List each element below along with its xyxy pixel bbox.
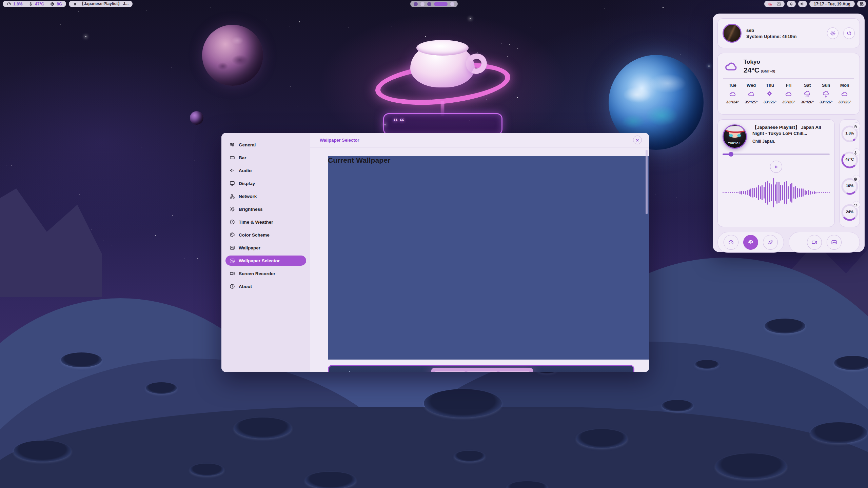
forecast-day: Thu 33°/26° bbox=[761, 83, 779, 104]
cloud-icon bbox=[747, 90, 756, 98]
sidebar-item-screen-recorder[interactable]: Screen Recorder bbox=[225, 268, 306, 279]
system-stats-pill[interactable]: 1.8% 47°C 8G bbox=[3, 1, 66, 7]
slider-track[interactable] bbox=[723, 154, 830, 155]
visualizer-bar bbox=[803, 188, 804, 197]
sidebar-item-wallpaper[interactable]: Wallpaper bbox=[225, 243, 306, 253]
storm-cloud-icon bbox=[822, 90, 830, 98]
wallpaper-button[interactable] bbox=[827, 235, 842, 250]
sidebar-item-display[interactable]: Display bbox=[225, 178, 306, 188]
topbar-media-pill[interactable]: 【Japanese Playlist】 J... bbox=[69, 1, 133, 7]
sidebar-label: Wallpaper Selector bbox=[239, 258, 280, 263]
visualizer-bar bbox=[801, 188, 802, 197]
scrollbar[interactable] bbox=[646, 150, 648, 214]
weather-card: Tokyo 24°C(GMT+9) Tue 33°/24° Wed 35°/25… bbox=[717, 53, 860, 115]
performance-mode-button[interactable] bbox=[724, 235, 738, 250]
tray-screenshot-icon[interactable] bbox=[776, 2, 781, 6]
crater bbox=[190, 464, 224, 476]
sidebar-item-network[interactable]: Network bbox=[225, 191, 306, 201]
visualizer-bar bbox=[773, 178, 774, 207]
power-saver-mode-button[interactable] bbox=[763, 235, 778, 250]
visualizer-bar bbox=[741, 191, 742, 194]
visualizer-bar bbox=[764, 187, 765, 199]
visualizer-bar bbox=[791, 183, 792, 203]
image-icon bbox=[230, 245, 235, 250]
visualizer-bar bbox=[784, 182, 785, 204]
window-title: Wallpaper Selector bbox=[320, 138, 359, 143]
settings-window: General Bar Audio Display Network Bright… bbox=[221, 133, 649, 372]
dashboard-button[interactable] bbox=[857, 1, 866, 7]
speedometer-icon bbox=[728, 239, 734, 245]
workspace-dot-2[interactable] bbox=[420, 2, 425, 6]
visualizer-bar bbox=[736, 192, 737, 194]
workspace-dot-1[interactable] bbox=[414, 2, 418, 6]
media-title: 【Japanese Playlist】 Japan All Night - To… bbox=[752, 124, 830, 137]
media-progress-slider[interactable] bbox=[723, 152, 830, 157]
crater bbox=[61, 352, 102, 367]
close-button[interactable]: × bbox=[633, 136, 642, 144]
brightness-icon bbox=[230, 206, 235, 212]
power-button[interactable] bbox=[843, 27, 855, 39]
sidebar-label: General bbox=[239, 142, 256, 147]
visualizer-bar bbox=[767, 181, 768, 205]
shop-pane-door bbox=[467, 371, 497, 372]
sidebar-item-about[interactable]: About bbox=[225, 281, 306, 291]
sidebar-label: Network bbox=[239, 194, 257, 199]
info-icon bbox=[230, 284, 235, 289]
cpu-gauge-icon bbox=[853, 125, 857, 129]
visualizer-bar bbox=[788, 186, 789, 199]
shop-pane-shelves bbox=[435, 371, 465, 372]
visualizer-bar bbox=[752, 188, 753, 198]
current-wallpaper-preview: Fresh Moon Beans bbox=[328, 365, 634, 372]
sidebar-item-general[interactable]: General bbox=[225, 140, 306, 150]
screen-record-button[interactable] bbox=[807, 235, 822, 250]
weather-temp: 24°C bbox=[744, 66, 760, 74]
balanced-mode-button[interactable] bbox=[743, 235, 758, 250]
sidebar-item-time-weather[interactable]: Time & Weather bbox=[225, 217, 306, 227]
pause-button[interactable] bbox=[770, 161, 782, 173]
window-titlebar: Wallpaper Selector × bbox=[310, 133, 649, 147]
cpu-gauge-icon bbox=[7, 2, 11, 6]
visualizer-bar bbox=[797, 188, 798, 198]
system-tray[interactable] bbox=[764, 1, 785, 7]
visualizer-bar bbox=[750, 188, 751, 197]
top-bar: 1.8% 47°C 8G 【Japanese Playlist】 J... bbox=[0, 0, 868, 8]
slider-thumb[interactable] bbox=[729, 152, 733, 157]
album-art: TOKYO L bbox=[723, 124, 747, 149]
sidebar-item-color-scheme[interactable]: Color Scheme bbox=[225, 230, 306, 240]
visualizer-bar bbox=[823, 192, 824, 194]
volume-button[interactable] bbox=[798, 1, 807, 7]
visualizer-bar bbox=[790, 184, 791, 202]
sidebar-label: Brightness bbox=[239, 207, 263, 212]
clock[interactable]: 17:17 - Tue, 19 Aug bbox=[809, 1, 855, 7]
settings-button[interactable] bbox=[827, 27, 839, 39]
sidebar-label: Display bbox=[239, 181, 255, 186]
video-icon bbox=[811, 239, 817, 245]
crater bbox=[305, 472, 356, 488]
workspace-dot-5[interactable] bbox=[450, 2, 454, 6]
sidebar-label: Time & Weather bbox=[239, 220, 273, 225]
notifications-button[interactable] bbox=[787, 1, 796, 7]
sidebar-item-bar[interactable]: Bar bbox=[225, 152, 306, 163]
visualizer-bar bbox=[806, 191, 807, 195]
sidebar-label: About bbox=[239, 284, 252, 289]
sidebar-label: Bar bbox=[239, 155, 246, 160]
tray-app-icon[interactable] bbox=[768, 2, 772, 6]
visualizer-bar bbox=[805, 190, 806, 195]
pause-icon bbox=[73, 2, 77, 6]
workspace-dot-3[interactable] bbox=[427, 2, 431, 6]
sidebar-item-wallpaper-selector[interactable]: Wallpaper Selector bbox=[225, 256, 306, 266]
workspace-indicator[interactable] bbox=[410, 1, 458, 7]
visualizer-bar bbox=[743, 191, 744, 194]
memory-chip-icon bbox=[853, 177, 857, 181]
cpu-gauge: 1.8% bbox=[841, 123, 859, 145]
visualizer-bar bbox=[821, 192, 822, 194]
sidebar-item-brightness[interactable]: Brightness bbox=[225, 204, 306, 214]
visualizer-bar bbox=[739, 191, 741, 194]
weather-city: Tokyo bbox=[744, 59, 775, 65]
power-profile-card bbox=[717, 232, 784, 253]
workspace-dot-4-active[interactable] bbox=[434, 2, 448, 6]
thermometer-icon bbox=[853, 151, 857, 155]
visualizer-bar bbox=[793, 187, 794, 198]
sidebar-item-audio[interactable]: Audio bbox=[225, 165, 306, 176]
username: seb bbox=[746, 28, 822, 33]
